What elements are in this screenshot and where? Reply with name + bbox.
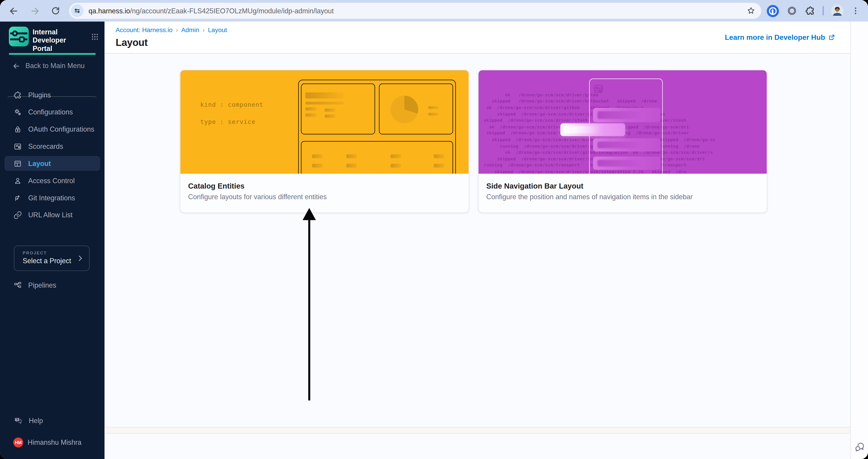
mock-nav-item-dragged [560, 123, 625, 136]
back-icon[interactable] [9, 6, 19, 16]
sidebar-item-label: Access Control [28, 177, 75, 185]
address-bar[interactable]: qa.harness.io/ng/account/zEaak-FLS425IEO… [69, 3, 761, 19]
reload-icon[interactable] [51, 6, 60, 15]
sidebar-help-wrap: ? Help [0, 412, 104, 429]
brand-row: Internal Developer Portal [9, 27, 99, 53]
catalog-card-illustration: kind : component type : service [180, 70, 468, 174]
forward-icon[interactable] [30, 6, 40, 16]
sidenav-card-footer: Side Navigation Bar Layout Configure the… [478, 174, 767, 212]
card-description: Configure the position and names of navi… [486, 193, 759, 201]
sidebar-item-scorecards[interactable]: Scorecards [0, 138, 104, 155]
mock-info-panel [301, 84, 375, 134]
pipelines-icon [13, 281, 22, 289]
screen: qa.harness.io/ng/account/zEaak-FLS425IEO… [0, 0, 868, 459]
card-title: Catalog Entities [188, 182, 461, 190]
gears-icon [13, 108, 22, 117]
brand-title: Internal Developer Portal [33, 28, 84, 53]
sidebar-item-label: Plugins [28, 91, 51, 99]
breadcrumb: Account: Harness.io › Admin › Layout [116, 27, 227, 33]
sidebar-item-label: Help [29, 417, 43, 424]
catalog-entities-card[interactable]: kind : component type : service [180, 70, 469, 213]
toolbar-separator [822, 6, 824, 15]
breadcrumb-account[interactable]: Account: Harness.io [116, 27, 173, 33]
sidebar-item-git-integrations[interactable]: Git Integrations [0, 189, 104, 206]
sidebar-item-oauth-configurations[interactable]: OAuth Configurations [0, 121, 104, 138]
scorecard-icon [13, 142, 22, 151]
sidebar-item-label: OAuth Configurations [28, 125, 94, 133]
git-branch-icon [13, 193, 22, 202]
app-grid-icon[interactable] [91, 33, 99, 41]
sidebar-item-label: URL Allow List [28, 211, 72, 219]
breadcrumb-admin[interactable]: Admin [181, 27, 199, 33]
breadcrumb-layout[interactable]: Layout [208, 27, 227, 33]
browser-nav-buttons [5, 6, 65, 16]
user-avatar: HM [13, 437, 23, 448]
mock-table-panel [301, 141, 453, 174]
breadcrumb-chevron-icon: › [176, 27, 178, 33]
chevron-right-icon [76, 254, 84, 262]
sidebar-nav: Plugins Configurations OAuth Configurati… [0, 86, 104, 224]
footer-divider-band [104, 427, 850, 433]
yaml-line: type : service [200, 118, 264, 126]
svg-text:?: ? [16, 418, 18, 422]
sidebar-item-label: Configurations [28, 108, 73, 116]
main-area: Account: Harness.io › Admin › Layout Lay… [104, 22, 850, 459]
side-nav-layout-card[interactable]: ok /drone/go-scm/scm/driver/gitee skippe… [478, 70, 767, 213]
sidebar-item-pipelines[interactable]: Pipelines [0, 276, 104, 294]
project-value: Select a Project [23, 257, 84, 265]
bookmark-star-icon[interactable] [746, 6, 755, 15]
password-manager-icon[interactable] [767, 5, 779, 17]
sidebar-item-help[interactable]: ? Help [0, 412, 104, 429]
sidebar-item-layout[interactable]: Layout [0, 155, 104, 172]
sidebar-item-label: Git Integrations [28, 194, 75, 201]
browser-menu-icon[interactable] [851, 6, 860, 15]
sidebar-item-label: Pipelines [28, 281, 56, 289]
layout-options: kind : component type : service [180, 70, 767, 213]
site-settings-icon[interactable] [71, 4, 84, 17]
spinner-extension-icon[interactable] [786, 5, 798, 17]
learn-more-label: Learn more in Developer Hub [725, 33, 825, 42]
browser-profile-avatar[interactable] [831, 4, 844, 17]
annotation-arrow-up [303, 208, 316, 400]
url-domain: qa.harness.io [88, 7, 130, 15]
project-label: PROJECT [23, 251, 84, 256]
chat-help-icon[interactable] [854, 441, 866, 453]
learn-more-link[interactable]: Learn more in Developer Hub [725, 33, 835, 42]
help-chat-icon: ? [13, 416, 23, 426]
mock-nav-item [593, 157, 660, 170]
yaml-snippet: kind : component type : service [200, 101, 264, 126]
sidebar-item-label: Scorecards [28, 142, 63, 150]
page-title: Layout [116, 37, 148, 48]
mock-nav-item [593, 108, 660, 122]
link-icon [13, 210, 22, 219]
mock-chart-panel [379, 84, 453, 134]
sidebar-item-plugins[interactable]: Plugins [0, 86, 104, 104]
sidebar-item-configurations[interactable]: Configurations [0, 103, 104, 121]
sidebar-pipelines-wrap: Pipelines [0, 276, 104, 294]
browser-window: qa.harness.io/ng/account/zEaak-FLS425IEO… [0, 0, 868, 459]
brand-underline [9, 53, 96, 55]
user-menu[interactable]: HM Himanshu Mishra [0, 436, 104, 449]
extensions-puzzle-icon[interactable] [805, 5, 815, 16]
url-text[interactable]: qa.harness.io/ng/account/zEaak-FLS425IEO… [88, 7, 746, 15]
back-to-main-menu[interactable]: Back to Main Menu [0, 60, 104, 72]
mock-nav-item [593, 138, 660, 152]
page-header: Account: Harness.io › Admin › Layout Lay… [104, 22, 850, 54]
external-link-icon [828, 34, 835, 41]
url-path: /ng/account/zEaak-FLS425IEO7OLzMUg/modul… [130, 7, 334, 15]
app-root: Internal Developer Portal Back to Main M… [0, 22, 868, 459]
puzzle-icon [13, 91, 22, 99]
card-description: Configure layouts for various different … [188, 193, 461, 201]
yaml-line: kind : component [200, 101, 264, 108]
card-title: Side Navigation Bar Layout [486, 182, 759, 190]
sidebar-item-label: Layout [28, 160, 51, 167]
project-selector[interactable]: PROJECT Select a Project [14, 245, 90, 271]
right-rail [850, 22, 868, 459]
ghost-logo-icon [594, 85, 607, 97]
sidebar-item-access-control[interactable]: Access Control [0, 172, 104, 189]
lock-icon [13, 125, 22, 134]
sidebar-item-url-allow-list[interactable]: URL Allow List [0, 206, 104, 223]
person-icon [13, 176, 22, 185]
back-arrow-icon [12, 62, 21, 70]
mock-pie-chart [391, 96, 418, 123]
